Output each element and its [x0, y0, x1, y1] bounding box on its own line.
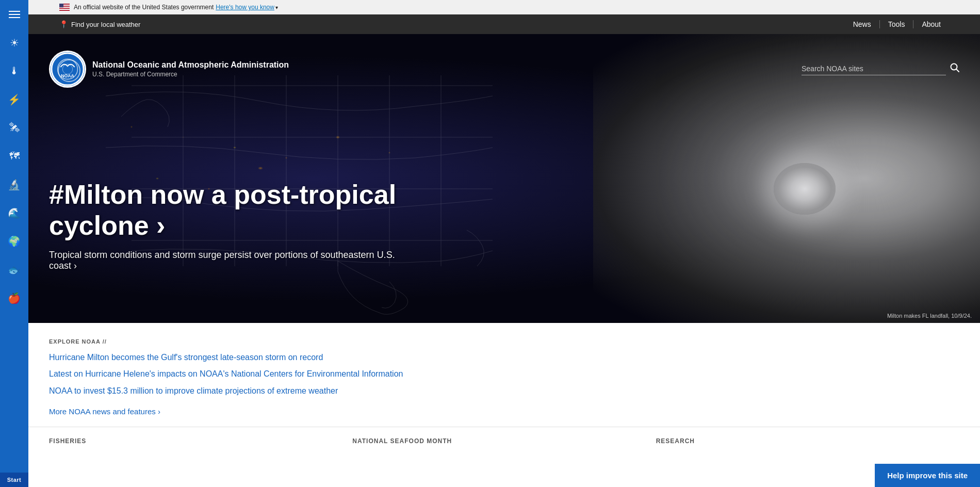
gov-banner-dropdown-icon: ▾ — [275, 5, 278, 10]
hazard-icon[interactable]: ⚡ — [0, 85, 28, 113]
research-icon[interactable]: 🔬 — [0, 170, 28, 199]
weather-icon[interactable]: ☀ — [0, 28, 28, 57]
explore-section: EXPLORE NOAA // Hurricane Milton becomes… — [28, 323, 980, 427]
map-icon[interactable]: 🗺 — [0, 142, 28, 170]
local-weather-search[interactable]: 📍 Find your local weather — [59, 20, 140, 28]
sidebar: ☀ 🌡 ⚡ 🛰 🗺 🔬 🌊 🌍 🐟 🍎 Start — [0, 0, 28, 445]
news-link[interactable]: NOAA to invest $15.3 million to improve … — [49, 385, 959, 397]
svg-point-10 — [52, 53, 84, 85]
menu-button[interactable] — [0, 0, 28, 28]
noaa-logo-area: NOAA National Oceanic and Atmospheric Ad… — [49, 51, 289, 88]
noaa-org-name: National Oceanic and Atmospheric Adminis… — [92, 60, 289, 71]
hamburger-icon — [9, 11, 20, 18]
us-flag-icon — [59, 4, 70, 11]
satellite-icon[interactable]: 🛰 — [0, 113, 28, 142]
bottom-section-header: NATIONAL SEAFOOD MONTH — [352, 437, 656, 445]
gov-banner-link[interactable]: Here's how you know — [216, 4, 274, 11]
bottom-section-header: RESEARCH — [656, 437, 959, 445]
more-news-link[interactable]: More NOAA news and features › — [49, 407, 160, 416]
svg-point-12 — [62, 64, 72, 74]
hero-subtitle[interactable]: Tropical storm conditions and storm surg… — [49, 250, 410, 271]
news-link[interactable]: Latest on Hurricane Helene's impacts on … — [49, 368, 959, 380]
bottom-headers: FISHERIESNATIONAL SEAFOOD MONTHRESEARCH — [28, 427, 980, 445]
fish-icon[interactable]: 🐟 — [0, 255, 28, 284]
nav-about[interactable]: About — [913, 20, 949, 28]
news-link[interactable]: Hurricane Milton becomes the Gulf's stro… — [49, 352, 959, 363]
search-input[interactable] — [802, 62, 946, 75]
hero-section: NOAA National Oceanic and Atmospheric Ad… — [28, 34, 980, 323]
noaa-header: NOAA National Oceanic and Atmospheric Ad… — [28, 34, 980, 104]
location-icon: 📍 — [59, 20, 68, 28]
bottom-section-header: FISHERIES — [49, 437, 352, 445]
noaa-text: National Oceanic and Atmospheric Adminis… — [92, 60, 289, 78]
food-icon[interactable]: 🍎 — [0, 284, 28, 312]
space-icon[interactable]: 🌍 — [0, 227, 28, 255]
local-weather-label: Find your local weather — [71, 21, 140, 28]
sidebar-icons: ☀ 🌡 ⚡ 🛰 🗺 🔬 🌊 🌍 🐟 🍎 — [0, 28, 28, 445]
gov-banner: An official website of the United States… — [28, 0, 980, 14]
noaa-search[interactable] — [802, 62, 959, 75]
weather-bar: 📍 Find your local weather News Tools Abo… — [28, 14, 980, 34]
main-wrapper: An official website of the United States… — [28, 0, 980, 445]
hero-title[interactable]: #Milton now a post-tropical cyclone › — [49, 180, 410, 241]
hero-content: #Milton now a post-tropical cyclone › Tr… — [49, 180, 410, 271]
nav-tools[interactable]: Tools — [880, 20, 914, 28]
temperature-icon[interactable]: 🌡 — [0, 57, 28, 85]
top-nav: News Tools About — [845, 20, 949, 28]
search-button[interactable] — [950, 63, 959, 75]
svg-point-11 — [58, 59, 78, 79]
svg-text:NOAA: NOAA — [61, 73, 74, 78]
noaa-dept: U.S. Department of Commerce — [92, 71, 289, 78]
noaa-emblem: NOAA — [49, 51, 86, 88]
nav-news[interactable]: News — [845, 20, 880, 28]
news-links: Hurricane Milton becomes the Gulf's stro… — [49, 352, 959, 397]
svg-line-15 — [956, 69, 959, 72]
hero-caption: Milton makes FL landfall, 10/9/24. — [887, 313, 972, 319]
gov-banner-text: An official website of the United States… — [74, 4, 214, 11]
explore-label: EXPLORE NOAA // — [49, 338, 959, 345]
ocean-icon[interactable]: 🌊 — [0, 199, 28, 227]
